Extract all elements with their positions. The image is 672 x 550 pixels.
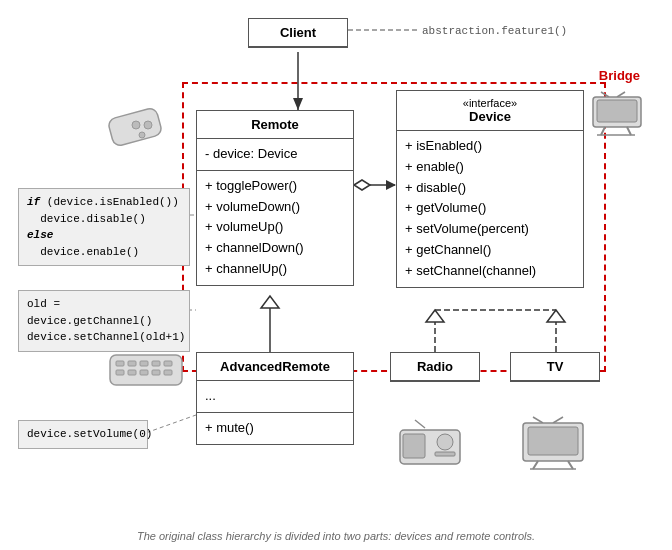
svg-line-37 [533, 417, 543, 423]
remote-icon-top [108, 105, 180, 149]
device-method-2: + enable() [405, 157, 575, 178]
remote-method-2: + volumeDown() [205, 197, 345, 218]
svg-line-48 [601, 127, 605, 135]
remote-method-3: + volumeUp() [205, 217, 345, 238]
caption: The original class hierarchy is divided … [0, 530, 672, 542]
remote-method-4: + channelDown() [205, 238, 345, 259]
remote-method-1: + togglePower() [205, 176, 345, 197]
bridge-label: Bridge [599, 68, 640, 83]
svg-marker-6 [386, 180, 396, 190]
radio-icon [395, 418, 465, 468]
tv-icon [518, 415, 588, 470]
svg-point-35 [437, 434, 453, 450]
advanced-remote-title: AdvancedRemote [197, 353, 353, 381]
device-method-7: + setChannel(channel) [405, 261, 575, 282]
remote-icon-bottom [108, 345, 188, 395]
device-title: «interface» Device [397, 91, 583, 131]
svg-marker-3 [293, 98, 303, 110]
tv-title: TV [511, 353, 599, 381]
remote-box: Remote - device: Device + togglePower() … [196, 110, 354, 286]
volume-note: device.setVolume(0) [18, 420, 148, 449]
svg-rect-28 [128, 370, 136, 375]
advanced-remote-method-1: + mute() [205, 418, 345, 439]
svg-point-18 [132, 121, 140, 129]
svg-point-20 [139, 132, 145, 138]
svg-marker-5 [354, 180, 370, 190]
client-title: Client [249, 19, 347, 47]
svg-line-42 [568, 461, 573, 469]
svg-rect-27 [116, 370, 124, 375]
svg-point-19 [144, 121, 152, 129]
svg-rect-40 [528, 427, 578, 455]
svg-marker-13 [547, 310, 565, 322]
svg-rect-22 [116, 361, 124, 366]
tv-box: TV [510, 352, 600, 382]
svg-line-41 [533, 461, 538, 469]
svg-rect-47 [597, 100, 637, 122]
svg-rect-31 [164, 370, 172, 375]
tv-icon-top-right [589, 90, 644, 138]
svg-rect-30 [152, 370, 160, 375]
advanced-remote-attributes: ... [197, 381, 353, 413]
svg-rect-25 [152, 361, 160, 366]
svg-line-49 [627, 127, 631, 135]
remote-attributes: - device: Device [197, 139, 353, 171]
remote-methods: + togglePower() + volumeDown() + volumeU… [197, 171, 353, 285]
advanced-remote-attr-1: ... [205, 386, 345, 407]
device-method-4: + getVolume() [405, 198, 575, 219]
device-stereotype: «interface» [407, 97, 573, 109]
advanced-remote-methods: + mute() [197, 413, 353, 444]
device-methods: + isEnabled() + enable() + disable() + g… [397, 131, 583, 287]
remote-title: Remote [197, 111, 353, 139]
svg-rect-23 [128, 361, 136, 366]
svg-rect-24 [140, 361, 148, 366]
device-method-3: + disable() [405, 178, 575, 199]
device-method-1: + isEnabled() [405, 136, 575, 157]
diagram-container: Bridge abstraction.feature1() Cl [0, 0, 672, 520]
svg-text:abstraction.feature1(): abstraction.feature1() [422, 25, 567, 37]
device-method-5: + setVolume(percent) [405, 219, 575, 240]
device-method-6: + getChannel() [405, 240, 575, 261]
channel-note: old = device.getChannel() device.setChan… [18, 290, 190, 352]
svg-line-38 [553, 417, 563, 423]
remote-attr-1: - device: Device [205, 144, 345, 165]
radio-title: Radio [391, 353, 479, 381]
advanced-remote-box: AdvancedRemote ... + mute() [196, 352, 354, 445]
svg-marker-8 [261, 296, 279, 308]
device-box: «interface» Device + isEnabled() + enabl… [396, 90, 584, 288]
radio-box: Radio [390, 352, 480, 382]
svg-line-32 [415, 420, 425, 428]
svg-rect-26 [164, 361, 172, 366]
svg-rect-29 [140, 370, 148, 375]
client-box: Client [248, 18, 348, 48]
remote-method-5: + channelUp() [205, 259, 345, 280]
svg-marker-10 [426, 310, 444, 322]
svg-rect-34 [403, 434, 425, 458]
if-note: if (device.isEnabled()) device.disable()… [18, 188, 190, 266]
svg-rect-36 [435, 452, 455, 456]
